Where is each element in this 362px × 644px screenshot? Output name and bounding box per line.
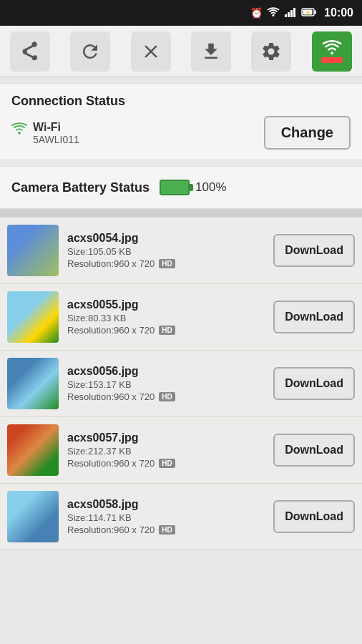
svg-point-9 (331, 52, 333, 54)
connection-status-section: Connection Status Wi-Fi 5AWLI011 Change (0, 83, 362, 160)
file-thumbnail (7, 225, 59, 276)
hd-badge: HD (159, 459, 175, 468)
file-item-3: acxs0056.jpg Size:153.17 KB Resolution:9… (0, 351, 362, 417)
download-button-1[interactable]: DownLoad (273, 234, 355, 267)
battery-charging-icon: ⚡ (301, 7, 317, 19)
svg-point-0 (273, 14, 275, 16)
file-resolution-row: Resolution:960 x 720 HD (67, 458, 265, 469)
file-size: Size:114.71 KB (67, 512, 265, 523)
battery-percentage: 100% (195, 180, 226, 195)
change-button[interactable]: Change (264, 116, 351, 150)
download-button-2[interactable]: DownLoad (273, 301, 355, 333)
file-resolution-row: Resolution:960 x 720 HD (67, 258, 265, 269)
file-name: acxs0058.jpg (67, 498, 265, 511)
toolbar (0, 26, 362, 77)
wifi-status-button[interactable] (312, 31, 352, 72)
wifi-info: Wi-Fi 5AWLI011 (11, 121, 79, 145)
wifi-type-label: Wi-Fi (33, 121, 79, 134)
file-resolution: Resolution:960 x 720 (67, 325, 155, 336)
hd-badge: HD (159, 392, 175, 401)
battery-status-section: Camera Battery Status 100% (0, 166, 362, 209)
share-button[interactable] (10, 31, 50, 72)
wifi-ssid-label: 5AWLI011 (33, 134, 79, 145)
file-resolution-row: Resolution:960 x 720 HD (67, 525, 265, 535)
file-thumbnail (7, 424, 59, 476)
file-info: acxs0056.jpg Size:153.17 KB Resolution:9… (67, 365, 265, 402)
status-icons: ⏰ ⚡ (250, 6, 353, 19)
file-resolution: Resolution:960 x 720 (67, 258, 155, 269)
battery-icon-wrap: 100% (160, 180, 226, 195)
file-thumbnail (7, 358, 59, 409)
signal-icon (284, 7, 297, 19)
file-item-2: acxs0055.jpg Size:80.33 KB Resolution:96… (0, 284, 362, 351)
download-button-3[interactable]: DownLoad (273, 367, 355, 400)
file-item-5: acxs0058.jpg Size:114.71 KB Resolution:9… (0, 484, 362, 550)
file-size: Size:80.33 KB (67, 313, 265, 323)
file-name: acxs0056.jpg (67, 365, 265, 378)
alarm-icon: ⏰ (250, 7, 263, 19)
file-size: Size:153.17 KB (67, 379, 265, 390)
wifi-icon (11, 122, 27, 137)
file-thumbnail (7, 491, 59, 542)
file-resolution: Resolution:960 x 720 (67, 525, 155, 535)
hd-badge: HD (159, 525, 175, 535)
toolbar-download-button[interactable] (191, 31, 231, 72)
svg-rect-1 (285, 14, 287, 17)
battery-title: Camera Battery Status (11, 180, 150, 195)
file-name: acxs0054.jpg (67, 232, 265, 245)
file-resolution-row: Resolution:960 x 720 HD (67, 325, 265, 336)
file-thumbnail (7, 291, 59, 343)
file-item-4: acxs0057.jpg Size:212.37 KB Resolution:9… (0, 417, 362, 484)
connection-title: Connection Status (11, 94, 351, 109)
svg-point-10 (18, 132, 21, 135)
file-resolution-row: Resolution:960 x 720 HD (67, 391, 265, 402)
battery-icon (160, 180, 190, 195)
svg-rect-2 (288, 12, 290, 17)
connection-row: Wi-Fi 5AWLI011 Change (11, 116, 351, 150)
file-info: acxs0058.jpg Size:114.71 KB Resolution:9… (67, 498, 265, 535)
file-info: acxs0054.jpg Size:105.05 KB Resolution:9… (67, 232, 265, 269)
refresh-button[interactable] (70, 31, 110, 72)
svg-rect-4 (293, 8, 295, 17)
file-info: acxs0055.jpg Size:80.33 KB Resolution:96… (67, 298, 265, 336)
wifi-signal-icon (267, 7, 280, 19)
status-bar: ⏰ ⚡ (0, 0, 362, 26)
file-resolution: Resolution:960 x 720 (67, 391, 155, 402)
status-time: 10:00 (324, 6, 353, 19)
section-divider (0, 209, 362, 218)
wifi-text-block: Wi-Fi 5AWLI011 (33, 121, 79, 145)
download-button-5[interactable]: DownLoad (273, 500, 355, 533)
svg-text:⚡: ⚡ (305, 9, 311, 16)
settings-button[interactable] (251, 31, 291, 72)
hd-badge: HD (159, 259, 175, 268)
file-size: Size:105.05 KB (67, 246, 265, 257)
close-button[interactable] (131, 31, 171, 72)
download-button-4[interactable]: DownLoad (273, 434, 355, 467)
svg-rect-3 (290, 10, 293, 17)
file-list: acxs0054.jpg Size:105.05 KB Resolution:9… (0, 218, 362, 550)
file-item-1: acxs0054.jpg Size:105.05 KB Resolution:9… (0, 218, 362, 284)
file-info: acxs0057.jpg Size:212.37 KB Resolution:9… (67, 431, 265, 469)
svg-rect-6 (315, 10, 317, 14)
hd-badge: HD (159, 326, 175, 335)
file-name: acxs0057.jpg (67, 431, 265, 444)
file-size: Size:212.37 KB (67, 446, 265, 457)
file-resolution: Resolution:960 x 720 (67, 458, 155, 469)
file-name: acxs0055.jpg (67, 298, 265, 311)
